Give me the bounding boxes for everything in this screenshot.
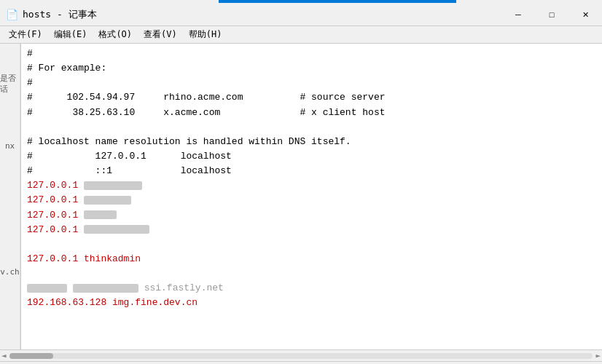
blur-block-2: [84, 196, 131, 205]
line-5: # 38.25.63.10 x.acme.com # x client host: [27, 106, 596, 120]
editor[interactable]: # # For example: # # 102.54.94.97 rhino.…: [20, 44, 602, 349]
line-18: 192.168.63.128 img.fine.dev.cn: [27, 296, 596, 310]
menu-format[interactable]: 格式(O): [93, 27, 138, 42]
menu-bar: 文件(F) 编辑(E) 格式(O) 查看(V) 帮助(H): [0, 26, 602, 44]
title-bar: 📄 hosts - 记事本 ─ □ ✕: [0, 3, 602, 26]
line-16: [27, 266, 596, 281]
scrollbar-track[interactable]: [9, 353, 593, 359]
blur-block-6: [73, 284, 138, 293]
scroll-left-arrow[interactable]: ◄: [1, 351, 7, 360]
close-button[interactable]: ✕: [568, 3, 602, 26]
line-3: #: [27, 76, 596, 90]
main-container: 是否话 nx v.ch # # For example: # # 102.54.…: [0, 44, 602, 349]
line-14: [27, 237, 596, 252]
line-17: ssi.fastly.net: [27, 281, 596, 296]
menu-help[interactable]: 帮助(H): [183, 27, 228, 42]
line-2: # For example:: [27, 61, 596, 76]
title-bar-controls: ─ □ ✕: [501, 3, 602, 26]
status-bar: 第 1 行，第 1 列 100%: [0, 361, 602, 364]
line-6: [27, 120, 596, 135]
menu-view[interactable]: 查看(V): [138, 27, 183, 42]
line-10: 127.0.0.1: [27, 178, 596, 193]
menu-file[interactable]: 文件(F): [3, 27, 48, 42]
left-label-top: 是否话: [0, 73, 20, 95]
left-label: 是否话 nx v.ch: [0, 44, 20, 349]
title-bar-text: hosts - 记事本: [23, 8, 97, 21]
left-label-vc: v.ch: [0, 267, 20, 277]
line-11: 127.0.0.1: [27, 193, 596, 207]
blur-block-4: [84, 225, 149, 234]
scrollbar-thumb[interactable]: [9, 353, 53, 359]
line-4: # 102.54.94.97 rhino.acme.com # source s…: [27, 90, 596, 105]
blur-block-5: [27, 284, 67, 293]
line-13: 127.0.0.1: [27, 223, 596, 237]
line-8: # 127.0.0.1 localhost: [27, 149, 596, 164]
line-12: 127.0.0.1: [27, 208, 596, 223]
menu-edit[interactable]: 编辑(E): [48, 27, 93, 42]
line-9: # ::1 localhost: [27, 164, 596, 178]
app-icon: 📄: [6, 9, 18, 20]
line-7: # localhost name resolution is handled w…: [27, 135, 596, 149]
scroll-right-arrow[interactable]: ►: [595, 351, 601, 360]
blur-block-3: [84, 210, 117, 219]
maximize-button[interactable]: □: [535, 3, 568, 26]
left-label-nx: nx: [5, 141, 15, 151]
minimize-button[interactable]: ─: [501, 3, 535, 26]
line-1: #: [27, 47, 596, 61]
horizontal-scrollbar[interactable]: ◄ ►: [0, 349, 602, 361]
blur-block-1: [84, 181, 142, 190]
line-15: 127.0.0.1 thinkadmin: [27, 252, 596, 266]
